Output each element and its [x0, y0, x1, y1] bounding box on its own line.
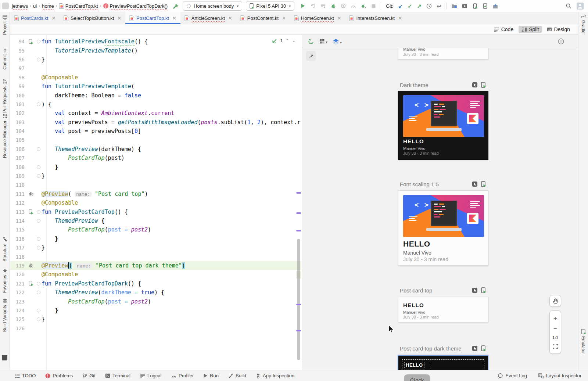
- view-mode-code[interactable]: Code: [491, 26, 516, 33]
- interactive-preview-icon[interactable]: [472, 287, 478, 293]
- preview-settings-gutter-icon[interactable]: [27, 263, 35, 268]
- fold-marker[interactable]: [35, 219, 42, 223]
- toolwindow-button-run[interactable]: Run: [203, 373, 219, 378]
- tab-homescreen-kt[interactable]: HomeScreen.kt✕: [290, 12, 345, 24]
- code-line[interactable]: 106 ThemedPreview(darkTheme) {: [10, 145, 301, 154]
- breadcrumb-item[interactable]: home: [42, 3, 54, 9]
- fold-marker[interactable]: [35, 58, 42, 61]
- toolwindow-button-git[interactable]: Git: [82, 373, 96, 378]
- code-line[interactable]: 113fun PreviewPostCardTop() {: [10, 207, 301, 216]
- code-line[interactable]: 112@Composable: [10, 198, 301, 207]
- device-select[interactable]: Pixel 5 API 30 ▾: [246, 1, 294, 11]
- breadcrumb-item[interactable]: PostCardTop.kt: [59, 3, 98, 9]
- chevron-up-icon[interactable]: ⌃: [286, 38, 289, 43]
- code-line[interactable]: 116 }: [10, 234, 301, 243]
- run-configuration-select[interactable]: Home screen body ▾: [183, 1, 242, 11]
- run-preview-gutter-icon[interactable]: [27, 39, 35, 44]
- sidebar-item-commit[interactable]: Commit: [0, 48, 10, 69]
- run-button[interactable]: [300, 3, 305, 8]
- zoom-actual-button[interactable]: 1:1: [552, 336, 558, 340]
- preview-settings-gutter-icon[interactable]: [27, 191, 35, 197]
- fold-marker[interactable]: [35, 103, 42, 106]
- code-line[interactable]: 115 PostCardTop(post = post2): [10, 225, 301, 234]
- device-manager-button[interactable]: [472, 3, 478, 9]
- git-history-button[interactable]: [426, 3, 432, 9]
- code-line[interactable]: 126: [10, 324, 301, 333]
- avatar[interactable]: [577, 3, 584, 10]
- ide-icon[interactable]: [2, 3, 9, 9]
- toolwindow-button-todo[interactable]: TODO: [15, 373, 36, 378]
- tab-interestsscreen-kt[interactable]: InterestsScreen.kt✕: [345, 12, 406, 24]
- tab-articlescreen-kt[interactable]: ArticleScreen.kt✕: [180, 12, 236, 24]
- tab-postcardtop-kt[interactable]: PostCardTop.kt✕: [125, 12, 180, 24]
- toolwindow-button-logcat[interactable]: Logcat: [140, 373, 162, 378]
- close-icon[interactable]: ✕: [398, 15, 402, 21]
- git-rollback-button[interactable]: ↩: [437, 3, 441, 9]
- fold-marker[interactable]: [35, 40, 42, 43]
- editor-scrollbar[interactable]: [297, 239, 300, 360]
- code-line[interactable]: 95 TutorialPreviewTemplate(): [10, 46, 301, 55]
- sidebar-item-structure[interactable]: Structure: [0, 237, 10, 262]
- zoom-out-button[interactable]: −: [553, 326, 557, 332]
- left-strip-bottom-icon[interactable]: [2, 355, 7, 360]
- fold-marker[interactable]: [35, 237, 42, 241]
- code-line[interactable]: 120@Composable: [10, 270, 301, 279]
- preview-card-light-hero[interactable]: < >HELLOManuel VivoJuly 30 - 3 min read: [398, 190, 488, 266]
- sidebar-item-resource-manager[interactable]: Resource Manager: [0, 114, 10, 158]
- fold-marker[interactable]: [35, 174, 42, 178]
- code-line[interactable]: 118: [10, 252, 301, 261]
- run-preview-on-device-icon[interactable]: [480, 181, 486, 187]
- zoom-fit-button[interactable]: [553, 344, 558, 349]
- sidebar-item-emulator[interactable]: Emulator: [578, 329, 588, 354]
- device-mirror-button[interactable]: [483, 3, 488, 9]
- zoom-in-button[interactable]: +: [553, 315, 557, 321]
- build-refresh-button[interactable]: [308, 39, 314, 44]
- toolwindow-button-layout-inspector[interactable]: Layout Inspector: [538, 373, 581, 378]
- run-preview-gutter-icon[interactable]: [27, 209, 35, 215]
- code-line[interactable]: 97: [10, 64, 301, 73]
- breadcrumb-item[interactable]: jetnews: [12, 3, 28, 9]
- toolwindow-button-app-inspection[interactable]: App Inspection: [256, 373, 294, 378]
- preview-card-dark-wireframe[interactable]: HELLOManuel Vivo: [398, 355, 488, 370]
- code-line[interactable]: 94fun TutorialPreviewFontscale() {: [10, 37, 301, 46]
- attach-debugger-button[interactable]: [310, 3, 316, 8]
- code-line[interactable]: 108 }: [10, 162, 301, 171]
- layout-orientation-button[interactable]: ▾: [333, 39, 342, 44]
- code-line[interactable]: 103 val previewPosts = getPostsWithImage…: [10, 118, 301, 127]
- fold-marker[interactable]: [35, 210, 42, 214]
- tab-postcards-kt[interactable]: PostCards.kt✕: [10, 12, 60, 24]
- close-icon[interactable]: ✕: [172, 15, 176, 21]
- preview-issues-icon[interactable]: [558, 38, 564, 44]
- toolwindow-button-build[interactable]: Build: [228, 373, 246, 378]
- fold-marker[interactable]: [35, 246, 42, 249]
- view-mode-split[interactable]: Split: [519, 26, 542, 33]
- code-line[interactable]: 121fun PreviewPostCardTopDark() {: [10, 279, 301, 288]
- device-file-explorer-button[interactable]: [451, 3, 457, 8]
- wrench-icon[interactable]: [173, 3, 179, 9]
- code-line[interactable]: 111@Preview( name: "Post card top"): [10, 190, 301, 198]
- fold-marker[interactable]: [35, 282, 42, 285]
- code-line[interactable]: 124 }: [10, 306, 301, 315]
- git-push-button[interactable]: ↗: [417, 3, 422, 9]
- chevron-down-icon[interactable]: ⌄: [292, 38, 295, 43]
- debug-button[interactable]: [331, 3, 336, 8]
- code-line[interactable]: 117}: [10, 243, 301, 252]
- code-line[interactable]: 107 PostCardTop(post): [10, 154, 301, 162]
- search-everywhere-icon[interactable]: [566, 3, 571, 9]
- preview-card-light-text[interactable]: HELLOManuel VivoJuly 30 - 3 min read: [398, 297, 488, 323]
- code-editor[interactable]: 94fun TutorialPreviewFontscale() {95 Tut…: [10, 35, 301, 370]
- sidebar-item-project[interactable]: Project: [0, 15, 10, 35]
- toolwindow-button-terminal[interactable]: Terminal: [105, 373, 130, 378]
- interactive-preview-icon[interactable]: [472, 345, 478, 351]
- code-line[interactable]: 109}: [10, 172, 301, 180]
- close-icon[interactable]: ✕: [337, 15, 341, 21]
- code-line[interactable]: 99fun TutorialPreviewTemplate(: [10, 82, 301, 91]
- view-options-button[interactable]: ▾: [319, 39, 327, 44]
- code-line[interactable]: 98@Composable: [10, 73, 301, 82]
- run-preview-on-device-icon[interactable]: [480, 287, 486, 293]
- git-commit-button[interactable]: ✓: [408, 3, 412, 9]
- sdk-manager-button[interactable]: [492, 3, 498, 9]
- run-preview-on-device-icon[interactable]: [480, 345, 486, 351]
- sidebar-item-gradle[interactable]: Gradle: [578, 14, 588, 33]
- fold-marker[interactable]: [35, 291, 42, 294]
